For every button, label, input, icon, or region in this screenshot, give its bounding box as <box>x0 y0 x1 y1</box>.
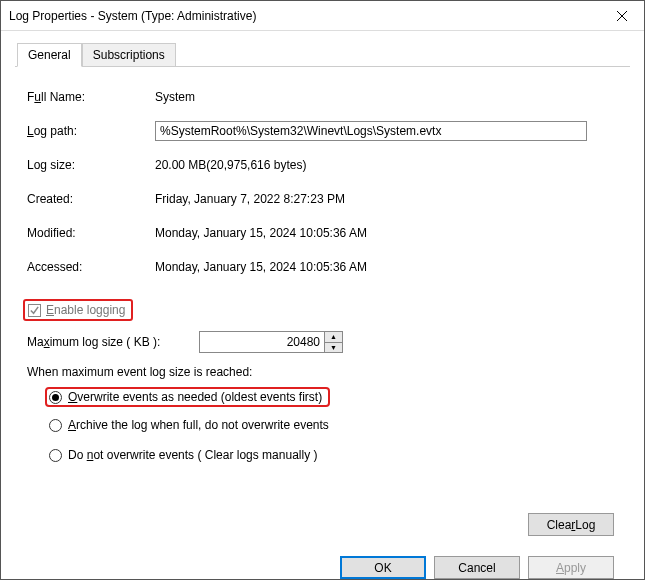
radio-donot[interactable]: Do not overwrite events ( Clear logs man… <box>49 445 618 465</box>
max-size-label: Maximum log size ( KB ): <box>27 335 197 349</box>
radio-archive[interactable]: Archive the log when full, do not overwr… <box>49 415 618 435</box>
max-size-input[interactable] <box>200 332 324 352</box>
spinner-down-icon[interactable]: ▼ <box>325 342 342 353</box>
radio-archive-label: Archive the log when full, do not overwr… <box>68 418 329 432</box>
log-path-value-wrap <box>155 121 618 141</box>
created-label: Created: <box>27 192 155 206</box>
tab-general[interactable]: General <box>17 43 82 67</box>
spinner-arrows: ▲ ▼ <box>324 332 342 352</box>
log-size-label: Log size: <box>27 158 155 172</box>
log-path-input[interactable] <box>155 121 587 141</box>
titlebar: Log Properties - System (Type: Administr… <box>1 1 644 31</box>
row-log-size: Log size: 20.00 MB(20,975,616 bytes) <box>27 155 618 175</box>
full-name-value: System <box>155 90 618 104</box>
enable-logging-highlight: Enable logging <box>23 299 133 321</box>
enable-logging-checkbox[interactable] <box>28 304 41 317</box>
max-size-row: Maximum log size ( KB ): ▲ ▼ <box>27 331 618 353</box>
tab-strip: General Subscriptions <box>15 43 630 67</box>
radio-donot-label: Do not overwrite events ( Clear logs man… <box>68 448 317 462</box>
row-full-name: Full Name: System <box>27 87 618 107</box>
tab-panel-general: Full Name: System Log path: Log size: 20… <box>15 67 630 546</box>
dialog-window: Log Properties - System (Type: Administr… <box>0 0 645 580</box>
created-value: Friday, January 7, 2022 8:27:23 PM <box>155 192 618 206</box>
accessed-value: Monday, January 15, 2024 10:05:36 AM <box>155 260 618 274</box>
enable-logging-row: Enable logging <box>23 299 618 321</box>
row-created: Created: Friday, January 7, 2022 8:27:23… <box>27 189 618 209</box>
modified-label: Modified: <box>27 226 155 240</box>
max-size-spinner[interactable]: ▲ ▼ <box>199 331 343 353</box>
row-modified: Modified: Monday, January 15, 2024 10:05… <box>27 223 618 243</box>
apply-button[interactable]: Apply <box>528 556 614 579</box>
spinner-up-icon[interactable]: ▲ <box>325 332 342 342</box>
enable-logging-label: Enable logging <box>46 303 125 317</box>
accessed-label: Accessed: <box>27 260 155 274</box>
clear-log-row: Clear Log <box>27 513 618 536</box>
dialog-content: General Subscriptions Full Name: System … <box>1 31 644 580</box>
radio-archive-icon <box>49 419 62 432</box>
log-path-label: Log path: <box>27 124 155 138</box>
row-log-path: Log path: <box>27 121 618 141</box>
when-max-reached-label: When maximum event log size is reached: <box>27 365 618 379</box>
close-icon[interactable] <box>599 1 644 31</box>
radio-donot-icon <box>49 449 62 462</box>
clear-log-button[interactable]: Clear Log <box>528 513 614 536</box>
window-title: Log Properties - System (Type: Administr… <box>9 9 599 23</box>
tab-subscriptions[interactable]: Subscriptions <box>82 43 176 66</box>
dialog-footer: OK Cancel Apply <box>15 546 630 580</box>
radio-overwrite[interactable]: Overwrite events as needed (oldest event… <box>45 387 330 407</box>
radio-overwrite-label: Overwrite events as needed (oldest event… <box>68 390 322 404</box>
radio-overwrite-icon <box>49 391 62 404</box>
cancel-button[interactable]: Cancel <box>434 556 520 579</box>
ok-button[interactable]: OK <box>340 556 426 579</box>
log-size-value: 20.00 MB(20,975,616 bytes) <box>155 158 618 172</box>
full-name-label: Full Name: <box>27 90 155 104</box>
row-accessed: Accessed: Monday, January 15, 2024 10:05… <box>27 257 618 277</box>
modified-value: Monday, January 15, 2024 10:05:36 AM <box>155 226 618 240</box>
